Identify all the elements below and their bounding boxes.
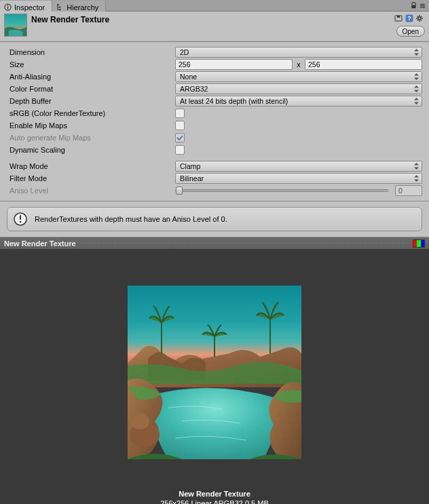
row-auto-mip: Auto generate Mip Maps <box>10 132 422 144</box>
row-depth-buffer: Depth Buffer At least 24 bits depth (wit… <box>10 95 422 107</box>
svg-line-21 <box>421 20 422 20</box>
hierarchy-icon <box>56 3 64 11</box>
preview-title: New Render Texture <box>4 239 76 248</box>
tab-bar: Inspector Hierarchy <box>0 0 429 12</box>
svg-line-23 <box>421 16 422 17</box>
asset-name: New Render Texture <box>31 14 390 24</box>
label-srgb: sRGB (Color RenderTexture) <box>10 109 175 117</box>
tab-inspector[interactable]: Inspector <box>0 1 52 12</box>
row-color-format: Color Format ARGB32 <box>10 83 422 95</box>
slider-thumb <box>176 187 183 195</box>
label-auto-mip: Auto generate Mip Maps <box>10 134 175 142</box>
warning-icon <box>13 212 28 227</box>
checkbox-auto-mip <box>175 133 185 142</box>
preview-divider-line <box>80 243 409 244</box>
checkbox-dynamic-scaling[interactable] <box>175 145 185 155</box>
info-icon <box>4 3 12 11</box>
asset-bundle-icon[interactable] <box>394 14 403 23</box>
info-wrap: RenderTextures with depth must have an A… <box>0 201 429 237</box>
preview-caption: New Render Texture 256x256 Linear ARGB32… <box>0 489 429 504</box>
svg-rect-6 <box>411 5 415 8</box>
row-wrap-mode: Wrap Mode Clamp <box>10 160 422 172</box>
tab-hierarchy[interactable]: Hierarchy <box>52 1 106 12</box>
svg-point-32 <box>130 413 149 429</box>
preview-area: New Render Texture 256x256 Linear ARGB32… <box>0 249 429 504</box>
label-anti-aliasing: Anti-Aliasing <box>10 73 175 81</box>
svg-rect-3 <box>57 4 59 5</box>
row-enable-mip: Enable Mip Maps <box>10 119 422 132</box>
svg-line-22 <box>417 20 418 20</box>
svg-rect-4 <box>59 7 61 8</box>
label-wrap-mode: Wrap Mode <box>10 162 175 170</box>
header-right: ? Open <box>394 14 425 37</box>
dropdown-dimension[interactable]: 2D <box>175 47 422 58</box>
asset-thumbnail <box>4 14 27 37</box>
svg-point-26 <box>20 221 22 223</box>
help-icon[interactable]: ? <box>405 14 414 23</box>
label-filter-mode: Filter Mode <box>10 174 175 182</box>
size-separator: x <box>295 60 302 69</box>
svg-rect-5 <box>59 9 61 10</box>
size-width-field[interactable]: 256 <box>175 59 293 70</box>
asset-header: New Render Texture ? Open <box>0 12 429 41</box>
svg-rect-9 <box>420 7 425 7</box>
dropdown-color-format[interactable]: ARGB32 <box>175 83 422 94</box>
dropdown-anti-aliasing[interactable]: None <box>175 71 422 82</box>
aniso-value-field: 0 <box>395 185 422 196</box>
label-depth-buffer: Depth Buffer <box>10 97 175 105</box>
info-text: RenderTextures with depth must have an A… <box>35 215 227 223</box>
checkbox-srgb[interactable] <box>175 109 185 118</box>
row-dynamic-scaling: Dynamic Scaling <box>10 144 422 156</box>
row-srgb: sRGB (Color RenderTexture) <box>10 107 422 119</box>
open-button[interactable]: Open <box>396 26 425 37</box>
label-enable-mip: Enable Mip Maps <box>10 121 175 130</box>
rgb-channel-toggle[interactable] <box>413 239 425 248</box>
row-anti-aliasing: Anti-Aliasing None <box>10 71 422 83</box>
label-aniso-level: Aniso Level <box>10 187 175 195</box>
preview-caption-name: New Render Texture <box>0 489 429 499</box>
label-dynamic-scaling: Dynamic Scaling <box>10 146 175 154</box>
label-size: Size <box>10 60 175 69</box>
preview-bar[interactable]: New Render Texture <box>0 237 429 249</box>
row-aniso-level: Aniso Level 0 <box>10 185 422 197</box>
checkbox-enable-mip[interactable] <box>175 121 185 130</box>
label-color-format: Color Format <box>10 85 175 93</box>
svg-point-1 <box>7 5 9 6</box>
preview-caption-meta: 256x256 Linear ARGB32 0.5 MB <box>0 499 429 504</box>
svg-point-15 <box>418 17 421 20</box>
row-filter-mode: Filter Mode Bilinear <box>10 172 422 185</box>
row-size: Size 256 x 256 <box>10 58 422 71</box>
svg-rect-25 <box>20 215 21 220</box>
size-height-field[interactable]: 256 <box>305 59 422 70</box>
tab-label: Inspector <box>14 3 45 12</box>
properties-panel: Dimension 2D Size 256 x 256 Anti-Aliasin… <box>0 41 429 201</box>
svg-line-20 <box>417 16 418 17</box>
svg-rect-7 <box>420 3 425 4</box>
svg-rect-2 <box>7 7 8 9</box>
svg-rect-12 <box>397 16 400 18</box>
gear-icon[interactable] <box>415 14 425 23</box>
svg-rect-8 <box>420 5 425 6</box>
info-box: RenderTextures with depth must have an A… <box>7 207 422 231</box>
dropdown-wrap-mode[interactable]: Clamp <box>175 161 422 172</box>
label-dimension: Dimension <box>10 48 175 56</box>
texture-preview-image <box>128 286 301 459</box>
tab-label: Hierarchy <box>67 3 98 12</box>
tab-dock-controls <box>410 0 429 11</box>
dropdown-depth-buffer[interactable]: At least 24 bits depth (with stencil) <box>175 96 422 106</box>
tab-menu-icon[interactable] <box>419 2 426 9</box>
slider-aniso <box>175 189 388 192</box>
row-dimension: Dimension 2D <box>10 46 422 58</box>
svg-text:?: ? <box>407 15 411 22</box>
lock-icon[interactable] <box>410 2 417 9</box>
dropdown-filter-mode[interactable]: Bilinear <box>175 173 422 184</box>
